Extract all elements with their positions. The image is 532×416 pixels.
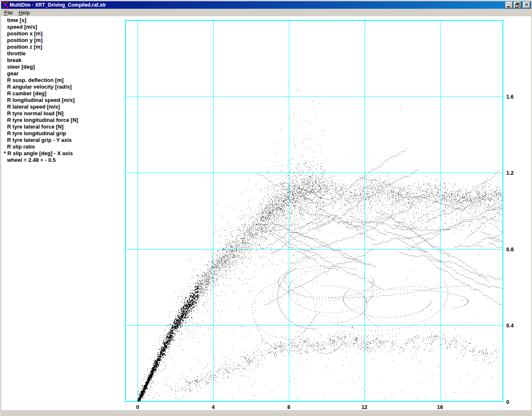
x-axis-tick-label: 4 [205, 404, 222, 410]
menu-item-file[interactable]: File [1, 9, 16, 16]
y-axis-tick-label: 1.6 [506, 94, 514, 100]
x-axis-tick-label: 12 [356, 404, 373, 410]
channel-item[interactable]: position x [m] [4, 30, 78, 37]
channel-item[interactable]: steer [deg] [4, 64, 78, 70]
minimize-button[interactable] [505, 2, 513, 8]
window-controls: ✕ [505, 2, 531, 8]
channel-item[interactable]: speed [m/s] [4, 24, 78, 30]
channel-item[interactable]: time [s] [4, 17, 78, 24]
app-icon [2, 2, 8, 8]
channel-item[interactable]: throttle [4, 50, 78, 57]
menu-bar: FileHelp [1, 9, 531, 16]
channel-item[interactable]: R tyre longitudinal grip [4, 130, 78, 137]
channel-item[interactable]: * R slip angle [deg] - X axis [4, 150, 78, 157]
channel-item[interactable]: R tyre lateral grip - Y axis [4, 137, 78, 144]
channel-item[interactable]: R tyre lateral force [N] [4, 124, 78, 130]
client-area: time [s]speed [m/s]position x [m]positio… [1, 16, 531, 411]
restore-button[interactable] [514, 2, 521, 8]
status-strip [0, 411, 532, 416]
close-button[interactable]: ✕ [523, 2, 530, 8]
channel-item[interactable]: R camber [deg] [4, 90, 78, 97]
channel-item[interactable]: R slip ratio [4, 144, 78, 150]
channel-item[interactable]: R longitudinal speed [m/s] [4, 97, 78, 104]
channel-item[interactable]: R tyre longitudinal force [N] [4, 117, 78, 124]
y-axis-tick-label: 1.2 [506, 170, 514, 176]
channel-item[interactable]: R angular velocity [rad/s] [4, 84, 78, 90]
plot-canvas[interactable] [125, 20, 503, 402]
channel-item[interactable]: position z [m] [4, 44, 78, 50]
x-axis-tick-label: 16 [432, 404, 448, 410]
channel-item[interactable]: wheel = 2.48 + - 0.5 [4, 157, 78, 163]
channel-item[interactable]: R susp. deflection [m] [4, 77, 78, 84]
channel-item[interactable]: gear [4, 70, 78, 77]
plot-area [125, 20, 503, 402]
y-axis-tick-label: 0 [506, 399, 509, 405]
title-bar: MultiDim - XRT_Driving_Compiled.raf.xtr … [1, 1, 531, 9]
x-axis-tick-label: 8 [281, 404, 297, 410]
minimize-icon [507, 6, 510, 7]
menu-item-help[interactable]: Help [16, 9, 33, 16]
channel-item[interactable]: break [4, 57, 78, 64]
channel-item[interactable]: R tyre normal load [N] [4, 110, 78, 117]
app-window: MultiDim - XRT_Driving_Compiled.raf.xtr … [0, 0, 532, 416]
x-axis-tick-label: 0 [129, 404, 146, 410]
channel-list: time [s]speed [m/s]position x [m]positio… [4, 17, 78, 163]
channel-item[interactable]: position y [m] [4, 37, 78, 44]
y-axis-tick-label: 0.8 [506, 246, 514, 253]
close-icon: ✕ [525, 3, 528, 7]
y-axis-tick-label: 0.4 [506, 322, 514, 329]
restore-icon [515, 3, 518, 6]
channel-item[interactable]: R lateral speed [m/s] [4, 104, 78, 110]
window-title: MultiDim - XRT_Driving_Compiled.raf.xtr [10, 2, 106, 8]
